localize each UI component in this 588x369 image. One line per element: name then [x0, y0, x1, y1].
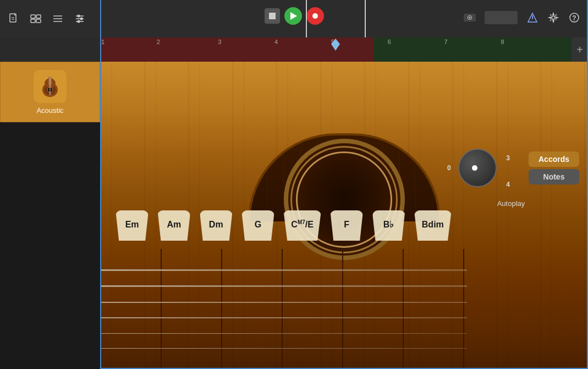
main-content: Acoustic: [0, 62, 588, 369]
mixer-icon[interactable]: [74, 13, 86, 25]
svg-point-26: [532, 15, 533, 17]
track-item-acoustic[interactable]: Acoustic: [0, 62, 100, 122]
track-panel: Acoustic: [0, 62, 100, 369]
guitar-fretboard: [100, 249, 467, 369]
add-track-button[interactable]: +: [571, 37, 588, 62]
ruler-num-6: 6: [388, 39, 391, 45]
ruler-num-1: 1: [101, 39, 105, 45]
tracks-icon[interactable]: [52, 13, 64, 25]
toggle-buttons: Accords Notes: [529, 151, 579, 184]
svg-point-15: [78, 20, 80, 23]
chord-g[interactable]: G: [241, 210, 274, 241]
knob-label-right-bottom: 4: [506, 181, 510, 188]
svg-rect-4: [36, 15, 41, 18]
ruler-num-2: 2: [157, 39, 160, 45]
right-toolbar-icons: ?: [464, 11, 580, 24]
tempo-icon[interactable]: [464, 12, 476, 24]
svg-point-14: [80, 18, 83, 20]
autoplay-controls: 2 0 3 4 Accords Notes: [443, 143, 579, 193]
ruler-num-3: 3: [218, 39, 221, 45]
play-button[interactable]: [284, 7, 302, 25]
knob-label-right-top: 3: [506, 154, 510, 162]
chord-bdim[interactable]: Bdim: [414, 210, 452, 241]
help-icon[interactable]: ?: [568, 12, 580, 24]
svg-rect-3: [31, 15, 35, 18]
svg-point-18: [312, 13, 318, 19]
timeline-track-label-area: [0, 37, 100, 62]
chord-row: Em Am Dm G CM7/E F B♭ Bdim: [100, 210, 467, 241]
svg-marker-30: [331, 39, 340, 51]
svg-rect-6: [36, 19, 41, 23]
svg-text:?: ?: [572, 14, 576, 22]
transport-controls: [265, 7, 324, 25]
record-button[interactable]: [306, 7, 324, 25]
timeline-ruler-track[interactable]: 1 2 3 4 5 6 7 8: [100, 37, 571, 62]
accords-button[interactable]: Accords: [529, 151, 579, 167]
ruler-num-8: 8: [501, 39, 504, 45]
svg-point-23: [469, 17, 470, 18]
chord-f[interactable]: F: [330, 210, 363, 241]
svg-point-13: [78, 15, 80, 18]
tempo-slider[interactable]: [485, 11, 518, 24]
svg-point-27: [552, 16, 555, 19]
svg-marker-17: [290, 12, 297, 20]
knob-label-left: 0: [447, 164, 451, 172]
chord-cm7e[interactable]: CM7/E: [283, 210, 321, 241]
share-icon[interactable]: [526, 12, 538, 24]
ruler-num-4: 4: [274, 39, 278, 45]
timeline-ruler: 1 2 3 4 5 6 7 8 +: [0, 37, 588, 62]
svg-rect-5: [31, 19, 35, 23]
autoplay-knob[interactable]: [458, 149, 497, 187]
notes-button[interactable]: Notes: [529, 169, 579, 184]
soundhole-container: [267, 139, 421, 260]
chord-em[interactable]: Em: [116, 210, 149, 241]
stop-button[interactable]: [265, 8, 280, 24]
toolbar-top: ?: [0, 0, 588, 37]
chord-dm[interactable]: Dm: [200, 210, 233, 241]
settings-icon[interactable]: [547, 12, 559, 24]
track-icon-bg: [34, 70, 67, 103]
loop-icon[interactable]: [30, 13, 42, 25]
track-name: Acoustic: [36, 106, 63, 115]
knob-dot: [472, 165, 477, 171]
new-doc-icon[interactable]: [8, 13, 20, 25]
chord-am[interactable]: Am: [157, 210, 190, 241]
autoplay-knob-area: 2 0 3 4: [443, 143, 514, 193]
playhead-marker: [331, 39, 340, 53]
ruler-num-7: 7: [444, 39, 448, 45]
guitar-area: Em Am Dm G CM7/E F B♭ Bdim 2 0 3 4: [100, 62, 588, 369]
autoplay-label: Autoplay: [497, 199, 525, 208]
soundhole: [284, 139, 405, 260]
chord-bb[interactable]: B♭: [372, 210, 405, 241]
svg-rect-16: [269, 13, 276, 19]
autoplay-section: 2 0 3 4 Accords Notes Autoplay: [456, 143, 566, 208]
